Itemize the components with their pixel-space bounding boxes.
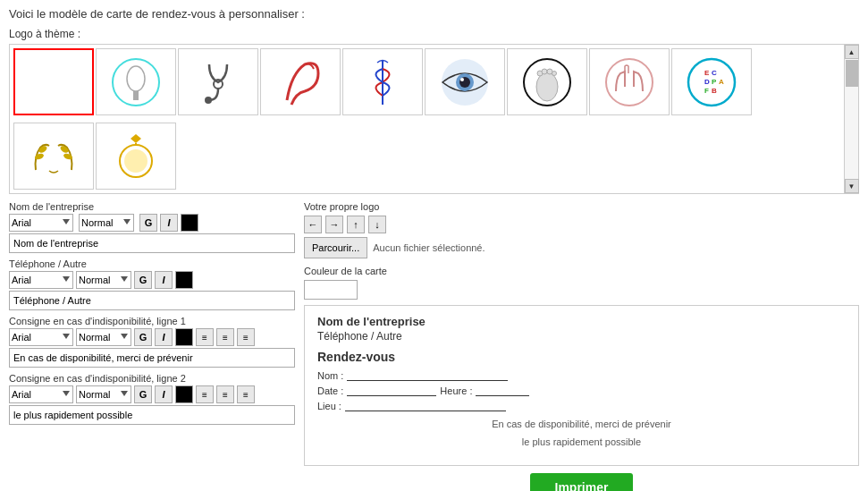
- svg-text:B: B: [712, 87, 717, 95]
- arrow-row: ← → ↑ ↓: [304, 216, 859, 233]
- consigne2-font-select[interactable]: Arial: [9, 385, 73, 403]
- file-row: Parcourir... Aucun fichier sélectionné.: [304, 237, 859, 258]
- consigne1-font-select[interactable]: Arial: [9, 328, 73, 346]
- logo-row-2: [10, 119, 844, 193]
- preview-note1: En cas de disponibilité, merci de préven…: [317, 419, 846, 429]
- own-logo-label: Votre propre logo: [304, 201, 859, 212]
- telephone-font-select[interactable]: Arial: [9, 271, 73, 289]
- preview-nom-label: Nom :: [317, 370, 343, 381]
- svg-point-13: [542, 69, 547, 74]
- company-name-input[interactable]: [9, 233, 295, 253]
- content-area: Nom de l'entreprise Arial Normal G I: [9, 201, 859, 491]
- svg-point-4: [205, 97, 212, 104]
- company-name-color-btn[interactable]: [181, 214, 198, 232]
- consigne1-italic-btn[interactable]: I: [155, 328, 173, 346]
- preview-date-heure-line: Date : Heure :: [317, 385, 846, 396]
- svg-point-15: [552, 71, 557, 75]
- preview-lieu-underline: [345, 400, 506, 411]
- preview-lieu-line: Lieu :: [317, 400, 846, 411]
- logo-item-9[interactable]: [13, 123, 94, 190]
- page-title: Voici le modèle de carte de rendez-vous …: [9, 7, 859, 21]
- scrollbar-vertical[interactable]: ▲ ▼: [844, 45, 858, 193]
- preview-nom-underline: [347, 369, 508, 381]
- scroll-up-btn[interactable]: ▲: [845, 45, 859, 59]
- svg-text:D: D: [704, 78, 710, 86]
- company-name-size-select[interactable]: Normal: [79, 214, 134, 232]
- preview-lieu-label: Lieu :: [317, 401, 341, 411]
- logo-gallery: E C D P F B A: [10, 45, 844, 193]
- logo-item-6[interactable]: [507, 48, 587, 115]
- card-color-input[interactable]: [304, 280, 358, 300]
- logo-item-3[interactable]: [260, 48, 341, 115]
- telephone-italic-btn[interactable]: I: [155, 271, 173, 289]
- arrow-up-btn[interactable]: ↑: [347, 216, 365, 233]
- logo-item-2[interactable]: [178, 48, 258, 115]
- consigne1-label: Consigne en cas d'indisponibilité, ligne…: [9, 316, 295, 326]
- consigne1-align-left-btn[interactable]: ≡: [196, 328, 214, 346]
- svg-text:A: A: [719, 78, 724, 86]
- consigne1-bold-btn[interactable]: G: [134, 328, 152, 346]
- consigne1-align-right-btn[interactable]: ≡: [237, 328, 255, 346]
- preview-date-label: Date :: [317, 385, 343, 396]
- preview-card: Nom de l'entreprise Téléphone / Autre Re…: [304, 305, 859, 466]
- preview-rdv-title: Rendez-vous: [317, 350, 846, 364]
- consigne2-field-group: Consigne en cas d'indisponibilité, ligne…: [9, 373, 295, 425]
- logo-item-0[interactable]: [13, 48, 94, 115]
- logo-item-5[interactable]: [425, 48, 505, 115]
- scroll-thumb[interactable]: [846, 60, 858, 87]
- logo-item-7[interactable]: [589, 48, 670, 115]
- company-name-field-group: Nom de l'entreprise Arial Normal G I: [9, 201, 295, 253]
- telephone-input[interactable]: [9, 291, 295, 310]
- consigne2-size-select[interactable]: Normal: [76, 385, 131, 403]
- telephone-font-row: Arial Normal G I: [9, 271, 295, 289]
- consigne2-italic-btn[interactable]: I: [155, 385, 173, 403]
- consigne1-align-center-btn[interactable]: ≡: [216, 328, 234, 346]
- consigne2-input[interactable]: [9, 405, 295, 425]
- consigne1-size-select[interactable]: Normal: [76, 328, 131, 346]
- telephone-bold-btn[interactable]: G: [134, 271, 152, 289]
- consigne2-align-left-btn[interactable]: ≡: [196, 385, 214, 403]
- telephone-color-btn[interactable]: [175, 271, 193, 289]
- scroll-track: [845, 59, 858, 179]
- preview-note2: le plus rapidement possible: [317, 436, 846, 447]
- logo-item-8[interactable]: E C D P F B A: [671, 48, 752, 115]
- telephone-label: Téléphone / Autre: [9, 258, 295, 269]
- svg-point-9: [460, 78, 464, 81]
- svg-point-3: [214, 80, 223, 89]
- browse-button[interactable]: Parcourir...: [304, 237, 367, 258]
- print-button[interactable]: Imprimer: [530, 473, 634, 491]
- logo-item-1[interactable]: [96, 48, 176, 115]
- svg-text:C: C: [712, 69, 717, 77]
- telephone-size-select[interactable]: Normal: [76, 271, 131, 289]
- consigne2-color-btn[interactable]: [175, 385, 193, 403]
- svg-point-30: [124, 149, 147, 173]
- consigne1-input[interactable]: [9, 348, 295, 368]
- logo-item-10[interactable]: [96, 123, 176, 190]
- preview-company-name: Nom de l'entreprise: [317, 315, 846, 328]
- left-panel: Nom de l'entreprise Arial Normal G I: [9, 201, 295, 491]
- svg-point-1: [127, 66, 145, 91]
- preview-heure-underline: [476, 385, 529, 396]
- arrow-down-btn[interactable]: ↓: [368, 216, 386, 233]
- consigne2-align-right-btn[interactable]: ≡: [237, 385, 255, 403]
- consigne1-color-btn[interactable]: [175, 328, 193, 346]
- company-name-font-select[interactable]: Arial: [9, 214, 73, 232]
- company-name-bold-btn[interactable]: G: [139, 214, 157, 232]
- svg-text:F: F: [704, 87, 709, 95]
- consigne2-bold-btn[interactable]: G: [134, 385, 152, 403]
- company-name-label: Nom de l'entreprise: [9, 201, 295, 212]
- scroll-down-btn[interactable]: ▼: [845, 179, 859, 193]
- consigne2-label: Consigne en cas d'indisponibilité, ligne…: [9, 373, 295, 384]
- svg-text:P: P: [712, 78, 717, 86]
- svg-point-11: [536, 72, 558, 101]
- preview-date-underline: [347, 385, 436, 396]
- logo-item-4[interactable]: [342, 48, 423, 115]
- arrow-right-btn[interactable]: →: [325, 216, 343, 233]
- preview-phone: Téléphone / Autre: [317, 330, 846, 343]
- preview-heure-label: Heure :: [440, 385, 472, 396]
- consigne2-align-center-btn[interactable]: ≡: [216, 385, 234, 403]
- company-name-italic-btn[interactable]: I: [160, 214, 178, 232]
- arrow-left-btn[interactable]: ←: [304, 216, 322, 233]
- logo-row-1: E C D P F B A: [10, 45, 844, 119]
- svg-rect-2: [133, 91, 139, 100]
